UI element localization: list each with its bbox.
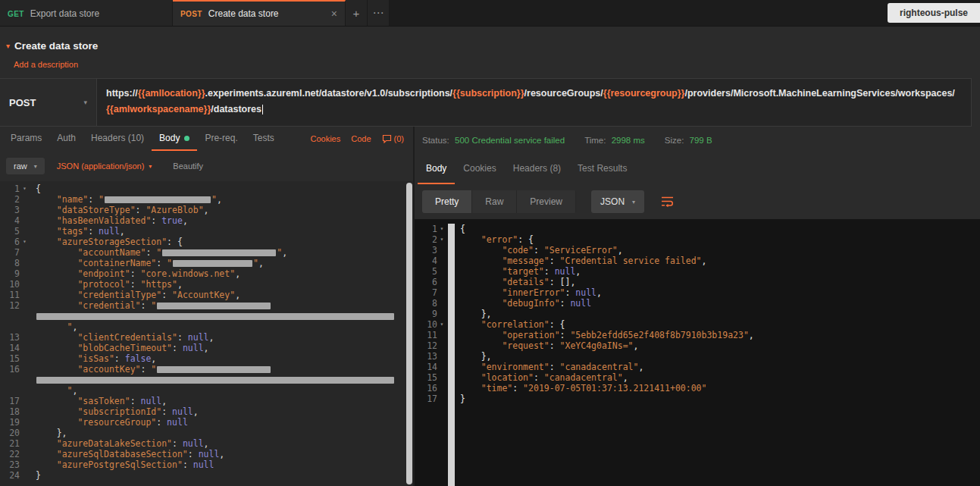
cookies-link[interactable]: Cookies <box>311 134 341 143</box>
tab-create-data-store[interactable]: POST Create data store × <box>173 0 346 26</box>
more-tabs-button[interactable]: ⋯ <box>368 0 390 26</box>
code-link[interactable]: Code <box>351 134 371 143</box>
body-type-select[interactable]: raw ▾ <box>6 158 45 174</box>
chevron-down-icon: ▾ <box>149 163 152 170</box>
fold-gutter <box>20 300 30 311</box>
view-mode-pretty[interactable]: Pretty <box>422 190 472 213</box>
tab-label: Pretty <box>435 196 459 207</box>
line-number: 15 <box>415 372 437 383</box>
code-text: "target": null, <box>460 266 581 277</box>
tab-bar: GET Export data store POST Create data s… <box>0 0 980 27</box>
fold-gutter <box>20 385 30 396</box>
request-body-editor[interactable]: 1▾{2 "name": "",3 "dataStoreType": "Azur… <box>0 181 413 486</box>
fold-toggle-icon[interactable]: ▾ <box>437 319 446 330</box>
code-line: 4 "hasBeenValidated": true, <box>0 215 413 226</box>
response-body-editor-lines: 1▾{2▾ "error": {3 "code": "ServiceError"… <box>415 224 980 404</box>
code-text: "debugInfo": null <box>460 298 591 309</box>
response-tab-cookies[interactable]: Cookies <box>455 154 504 184</box>
line-number: 9 <box>415 309 437 319</box>
response-body-editor[interactable]: 1▾{2▾ "error": {3 "code": "ServiceError"… <box>415 219 980 486</box>
response-tab-body[interactable]: Body <box>418 154 455 184</box>
fold-gutter <box>20 290 30 300</box>
fold-toggle-icon[interactable]: ▾ <box>20 183 30 194</box>
fold-toggle-icon[interactable]: ▾ <box>20 237 30 247</box>
code-text: "tags": null, <box>36 226 125 237</box>
request-tab-params[interactable]: Params <box>3 127 49 151</box>
tab-label: Headers (10) <box>91 133 144 143</box>
line-number: 2 <box>0 194 20 205</box>
request-pane: ParamsAuthHeaders (10)BodyPre-req.Tests … <box>0 127 415 486</box>
fold-gutter <box>20 449 30 459</box>
code-text: "innerError": null, <box>460 287 602 298</box>
line-number: 20 <box>0 428 20 438</box>
request-tab-pre-req[interactable]: Pre-req. <box>197 127 245 151</box>
code-text: "request": "XeYC4g0aINs=", <box>460 340 638 351</box>
redacted-value <box>162 249 276 256</box>
size-label: Size: <box>665 136 684 145</box>
code-text: "blobCacheTimeout": null, <box>36 343 209 353</box>
new-tab-button[interactable]: + <box>346 0 368 26</box>
tab-title: Create data store <box>208 8 279 19</box>
code-line: 3 "dataStoreType": "AzureBlob", <box>0 205 413 215</box>
method-label: POST <box>9 97 36 108</box>
fold-toggle-icon[interactable]: ▾ <box>437 234 446 245</box>
line-number: 14 <box>0 343 20 353</box>
request-tab-auth[interactable]: Auth <box>49 127 83 151</box>
fold-gutter <box>437 277 446 287</box>
code-text <box>36 311 395 321</box>
collapse-icon[interactable]: ▾ <box>6 42 10 50</box>
request-editor-scrollbar[interactable] <box>406 183 412 484</box>
comments-button[interactable]: (0) <box>382 134 404 143</box>
code-text: "credential": " <box>36 300 271 311</box>
url-variable: {{amlworkspacename}} <box>106 104 211 114</box>
fold-toggle-icon[interactable]: ▾ <box>437 224 446 234</box>
view-mode-preview[interactable]: Preview <box>517 190 576 213</box>
code-line: 17} <box>415 394 980 404</box>
close-tab-icon[interactable]: × <box>331 8 337 19</box>
url-variable: {{resourcegroup}} <box>603 88 685 99</box>
code-line: 1▾{ <box>415 224 980 234</box>
line-number: 14 <box>415 362 437 372</box>
code-line: 11 "credentialType": "AccountKey", <box>0 290 413 300</box>
code-text: "credentialType": "AccountKey", <box>36 290 240 300</box>
request-tab-tests[interactable]: Tests <box>246 127 282 151</box>
status-value: 500 Credential service failed <box>455 136 565 145</box>
tab-export-data-store[interactable]: GET Export data store <box>0 0 173 26</box>
response-tab-headers-8[interactable]: Headers (8) <box>505 154 569 184</box>
content-type-select[interactable]: JSON (application/json) ▾ <box>57 161 152 171</box>
post-method-badge: POST <box>180 10 202 18</box>
request-tabs-list: ParamsAuthHeaders (10)BodyPre-req.Tests <box>3 127 282 151</box>
response-editor-scrollbar[interactable] <box>448 224 455 486</box>
response-tab-test-results[interactable]: Test Results <box>569 154 635 184</box>
code-line: 12 "credential": " <box>0 300 413 311</box>
view-mode-raw[interactable]: Raw <box>472 190 517 213</box>
response-format-select[interactable]: JSON ▾ <box>591 190 644 213</box>
beautify-button[interactable]: Beautify <box>173 161 203 171</box>
code-text: }, <box>460 309 492 319</box>
code-text: "azureSqlDatabaseSection": null, <box>36 449 224 459</box>
code-text: "time": "2019-07-05T01:37:13.2121411+00:… <box>460 383 706 394</box>
line-number: 23 <box>0 459 20 470</box>
url-input[interactable]: https://{{amllocation}}.experiments.azur… <box>97 79 971 126</box>
word-wrap-icon[interactable] <box>661 196 675 208</box>
fold-gutter <box>20 438 30 449</box>
redacted-value <box>36 377 394 384</box>
line-number: 24 <box>0 470 20 481</box>
code-text: "accountKey": " <box>36 364 271 375</box>
request-tab-headers-10[interactable]: Headers (10) <box>83 127 152 151</box>
code-text: ", <box>36 321 77 332</box>
method-selector[interactable]: POST ▾ <box>0 79 97 126</box>
fold-gutter <box>437 266 446 277</box>
code-line: 17 "sasToken": null, <box>0 396 413 406</box>
add-description-link[interactable]: Add a description <box>14 60 974 69</box>
code-line: 23 "azurePostgreSqlSection": null <box>0 459 413 470</box>
tab-title: Export data store <box>30 8 99 19</box>
line-number: 17 <box>0 396 20 406</box>
fold-gutter <box>437 383 446 394</box>
request-tab-body[interactable]: Body <box>152 127 197 151</box>
fold-gutter <box>437 362 446 372</box>
environment-selector[interactable]: righteous-pulse <box>888 3 980 23</box>
body-toolbar: raw ▾ JSON (application/json) ▾ Beautify <box>0 151 413 181</box>
request-header: ▾ Create data store Add a description <box>0 27 980 78</box>
line-number: 5 <box>415 266 437 277</box>
